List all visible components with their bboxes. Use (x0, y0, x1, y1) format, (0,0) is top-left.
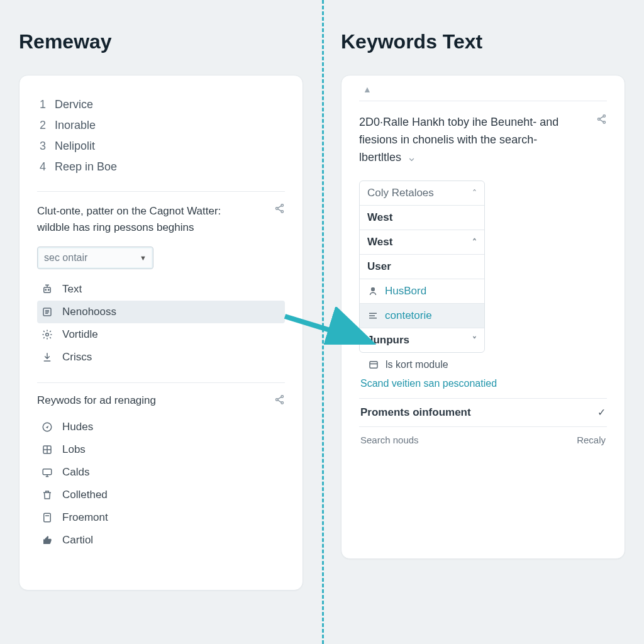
list-label: Reep in Boe (55, 160, 117, 174)
page-title-left: Remeway (19, 30, 303, 53)
right-card: ▲ 2D0·Ralle Hankh toby ihe Beuneht- and … (341, 75, 625, 559)
svg-point-7 (46, 333, 49, 336)
option-nenohooss[interactable]: Nenohooss (37, 301, 285, 323)
list-number: 1 (37, 98, 46, 111)
svg-point-4 (45, 289, 47, 291)
panel-row-west[interactable]: West (360, 205, 484, 230)
select-dropdown[interactable]: sec ontair ▼ (37, 247, 153, 269)
list-label: Dervice (55, 98, 93, 111)
panel-header-label: Coly Retaloes (367, 187, 434, 199)
panel-item-label: HusBord (385, 285, 426, 297)
svg-point-17 (603, 121, 606, 124)
option-vortidle[interactable]: Vortidle (37, 323, 285, 346)
list-item[interactable]: 4 Reep in Boe (37, 157, 285, 177)
list-item[interactable]: 3 Nelipolit (37, 136, 285, 157)
footer-row-proments[interactable]: Proments oinfoument ✓ (359, 398, 607, 426)
list-number: 4 (37, 160, 46, 174)
chevron-down-icon[interactable]: ⌄ (404, 151, 416, 164)
panel-item-contetorie[interactable]: contetorie (360, 303, 484, 328)
module-row[interactable]: ls kort module (359, 353, 607, 373)
panel-item-label: contetorie (385, 309, 432, 322)
collapse-icon[interactable]: ▲ (359, 82, 607, 101)
footer-right-text: Recaly (577, 435, 606, 445)
option-label: Criscs (62, 351, 92, 364)
keyword-label: Calds (62, 466, 89, 479)
list-item[interactable]: 2 Inorable (37, 115, 285, 136)
option-criscs[interactable]: Criscs (37, 346, 285, 369)
panel-item-husbord[interactable]: HusBord (360, 279, 484, 303)
module-label: ls kort module (386, 359, 448, 370)
option-label: Text (62, 283, 82, 296)
gear-icon (41, 329, 53, 340)
keyword-label: Lobs (62, 443, 86, 456)
svg-rect-13 (43, 469, 52, 474)
keyword-label: Hudes (62, 421, 93, 433)
svg-point-15 (603, 115, 606, 118)
share-icon[interactable] (596, 114, 607, 125)
list-label: Inorable (55, 119, 96, 132)
svg-point-16 (597, 118, 600, 121)
calc-icon (41, 512, 53, 523)
trash-icon (41, 489, 53, 501)
share-icon[interactable] (274, 394, 285, 405)
share-icon[interactable] (274, 203, 285, 214)
panel-row-label: West (367, 211, 392, 224)
keyword-froemont[interactable]: Froemont (37, 506, 285, 529)
panel-row-label: User (367, 260, 391, 273)
caret-down-icon: ▼ (140, 254, 147, 262)
list-icon (41, 306, 53, 318)
svg-point-2 (281, 211, 284, 213)
keyword-cartiol[interactable]: Cartiol (37, 529, 285, 552)
numbered-list: 1 Dervice 2 Inorable 3 Nelipolit 4 Reep … (37, 94, 285, 177)
option-list: Text Nenohooss Vortidle Criscs (37, 278, 285, 369)
footer-label: Proments oinfoument (360, 406, 471, 419)
list-item[interactable]: 1 Dervice (37, 94, 285, 115)
monitor-icon (41, 467, 53, 478)
person-icon (367, 286, 379, 297)
separator (37, 191, 285, 192)
svg-point-1 (275, 208, 278, 210)
keyword-hudes[interactable]: Hudes (37, 416, 285, 438)
panel-row-junpurs[interactable]: Junpurs ˅ (360, 328, 484, 352)
panel-header[interactable]: Coly Retaloes ˄ (360, 181, 484, 205)
list-number: 2 (37, 119, 46, 132)
list-number: 3 (37, 140, 46, 153)
page-title-right: Keywords Text (341, 30, 625, 53)
compass-icon (41, 421, 53, 433)
section-title: Reywods for ad renaging (37, 394, 156, 407)
keyword-label: Collethed (62, 489, 108, 501)
thumb-icon (41, 535, 53, 546)
option-text[interactable]: Text (37, 278, 285, 301)
left-card: 1 Dervice 2 Inorable 3 Nelipolit 4 Reep … (19, 75, 303, 591)
keyword-calds[interactable]: Calds (37, 461, 285, 484)
option-label: Vortidle (62, 328, 98, 341)
check-icon: ✓ (597, 406, 606, 418)
keyword-lobs[interactable]: Lobs (37, 438, 285, 461)
svg-rect-19 (370, 361, 377, 368)
panel-row-label: West (367, 236, 392, 248)
block-description: Clut-onte, patter on the Cagnot Watter: … (37, 203, 245, 236)
panel-row-label: Junpurs (367, 334, 409, 347)
chevron-up-icon: ˄ (472, 237, 477, 247)
link-scand[interactable]: Scand veitien san pesconatied (359, 373, 607, 398)
svg-point-8 (281, 395, 284, 397)
separator (37, 382, 285, 383)
summary-text: 2D0·Ralle Hankh toby ihe Beuneht- and fi… (359, 114, 567, 167)
svg-rect-14 (44, 513, 51, 522)
footer-row-search[interactable]: Search nouds Recaly (359, 426, 607, 453)
download-icon (41, 352, 53, 363)
robot-icon (41, 284, 53, 295)
select-placeholder: sec ontair (44, 252, 87, 264)
keyword-collethed[interactable]: Collethed (37, 484, 285, 506)
grid-icon (41, 444, 53, 455)
panel-row-user[interactable]: User (360, 254, 484, 279)
panel-row-west-2[interactable]: West ˄ (360, 230, 484, 254)
chevron-down-icon: ˅ (472, 335, 477, 345)
option-label: Nenohooss (62, 306, 116, 318)
svg-point-10 (281, 401, 284, 404)
chevron-up-icon: ˄ (472, 188, 477, 198)
svg-point-9 (275, 398, 278, 401)
footer-label: Search nouds (360, 435, 419, 445)
dropdown-panel: Coly Retaloes ˄ West West ˄ User HusBord (359, 180, 485, 353)
keyword-label: Cartiol (62, 534, 93, 547)
